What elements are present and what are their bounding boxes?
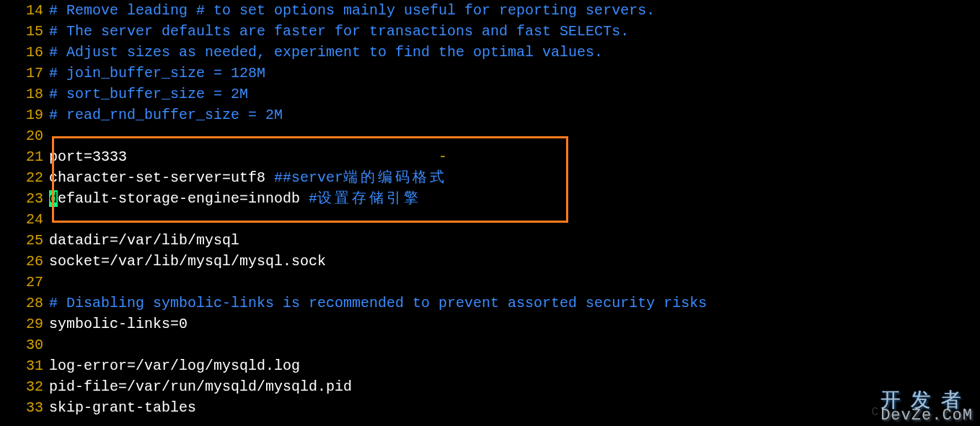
code-segment: 设置存储引擎 (317, 190, 421, 207)
code-content[interactable]: # Adjust sizes as needed, experiment to … (49, 42, 980, 63)
line-number: 18 (0, 84, 49, 105)
code-segment: symbolic-links=0 (49, 316, 187, 332)
code-segment: - (127, 148, 447, 165)
code-line[interactable]: 23default-storage-engine=innodb #设置存储引擎 (0, 188, 980, 209)
line-number: 31 (0, 355, 49, 376)
code-line[interactable]: 19# read_rnd_buffer_size = 2M (0, 105, 980, 125)
line-number: 33 (0, 397, 49, 418)
code-line[interactable]: 28# Disabling symbolic-links is recommen… (0, 293, 980, 314)
code-line[interactable]: 32pid-file=/var/run/mysqld/mysqld.pid (0, 376, 980, 397)
cursor: d (49, 190, 58, 207)
code-segment: # Adjust sizes as needed, experiment to … (49, 44, 603, 61)
code-segment: # (309, 190, 317, 207)
code-line[interactable]: 30 (0, 334, 980, 355)
line-number: 30 (0, 334, 49, 355)
code-line[interactable]: 20 (0, 125, 980, 146)
line-number: 28 (0, 293, 49, 314)
line-number: 14 (0, 0, 49, 21)
watermark-faint: C (871, 402, 879, 423)
code-line[interactable]: 27 (0, 272, 980, 293)
vim-tilde: ~ (0, 418, 980, 426)
line-number: 17 (0, 63, 49, 84)
code-line[interactable]: 25datadir=/var/lib/mysql (0, 230, 980, 251)
code-content[interactable]: datadir=/var/lib/mysql (49, 230, 980, 251)
code-line[interactable]: 26socket=/var/lib/mysql/mysql.sock (0, 251, 980, 272)
code-content[interactable]: port=3333 - (49, 146, 980, 167)
code-segment: # Remove leading # to set options mainly… (49, 2, 655, 19)
code-segment: # Disabling symbolic-links is recommende… (49, 295, 707, 311)
code-segment: skip-grant-tables (49, 399, 196, 416)
code-content[interactable]: pid-file=/var/run/mysqld/mysqld.pid (49, 376, 980, 397)
code-content[interactable]: character-set-server=utf8 ##server端的编码格式 (49, 167, 980, 188)
line-number: 22 (0, 167, 49, 188)
code-content[interactable]: # sort_buffer_size = 2M (49, 84, 980, 105)
line-number: 21 (0, 146, 49, 167)
code-segment: datadir=/var/lib/mysql (49, 232, 239, 249)
code-line[interactable]: 17# join_buffer_size = 128M (0, 63, 980, 84)
code-segment: 端的编码格式 (343, 169, 447, 186)
code-segment: # read_rnd_buffer_size = 2M (49, 107, 283, 123)
code-segment: # sort_buffer_size = 2M (49, 86, 248, 102)
code-segment: log-error=/var/log/mysqld.log (49, 358, 300, 374)
code-content[interactable]: # The server defaults are faster for tra… (49, 21, 980, 42)
code-segment: port=3333 (49, 148, 127, 165)
code-content[interactable]: symbolic-links=0 (49, 314, 980, 334)
code-segment: ##server (274, 169, 343, 186)
code-editor[interactable]: 14# Remove leading # to set options main… (0, 0, 980, 418)
code-content[interactable]: # read_rnd_buffer_size = 2M (49, 105, 980, 125)
line-number: 29 (0, 314, 49, 334)
line-number: 25 (0, 230, 49, 251)
line-number: 19 (0, 105, 49, 125)
code-line[interactable]: 31log-error=/var/log/mysqld.log (0, 355, 980, 376)
code-content[interactable]: # join_buffer_size = 128M (49, 63, 980, 84)
code-segment: efault-storage-engine=innodb (58, 190, 309, 207)
code-content[interactable]: # Remove leading # to set options mainly… (49, 0, 980, 21)
watermark-en: DevZe.CoM (880, 405, 973, 426)
code-line[interactable]: 18# sort_buffer_size = 2M (0, 84, 980, 105)
code-segment: # join_buffer_size = 128M (49, 65, 265, 81)
code-segment: character-set-server=utf8 (49, 169, 274, 186)
code-line[interactable]: 15# The server defaults are faster for t… (0, 21, 980, 42)
code-content[interactable]: skip-grant-tables (49, 397, 980, 418)
line-number: 20 (0, 125, 49, 146)
code-content[interactable]: socket=/var/lib/mysql/mysql.sock (49, 251, 980, 272)
code-content[interactable]: default-storage-engine=innodb #设置存储引擎 (49, 188, 980, 209)
code-line[interactable]: 16# Adjust sizes as needed, experiment t… (0, 42, 980, 63)
code-line[interactable]: 29symbolic-links=0 (0, 314, 980, 334)
code-line[interactable]: 22character-set-server=utf8 ##server端的编码… (0, 167, 980, 188)
code-content[interactable]: log-error=/var/log/mysqld.log (49, 355, 980, 376)
line-number: 24 (0, 209, 49, 230)
line-number: 15 (0, 21, 49, 42)
line-number: 32 (0, 376, 49, 397)
code-segment: socket=/var/lib/mysql/mysql.sock (49, 253, 326, 270)
line-number: 23 (0, 188, 49, 209)
code-line[interactable]: 33skip-grant-tables (0, 397, 980, 418)
code-line[interactable]: 14# Remove leading # to set options main… (0, 0, 980, 21)
code-line[interactable]: 24 (0, 209, 980, 230)
line-number: 26 (0, 251, 49, 272)
line-number: 16 (0, 42, 49, 63)
code-content[interactable]: # Disabling symbolic-links is recommende… (49, 293, 980, 314)
line-number: 27 (0, 272, 49, 293)
code-line[interactable]: 21port=3333 - (0, 146, 980, 167)
code-segment: # The server defaults are faster for tra… (49, 23, 629, 40)
code-segment: pid-file=/var/run/mysqld/mysqld.pid (49, 378, 352, 395)
